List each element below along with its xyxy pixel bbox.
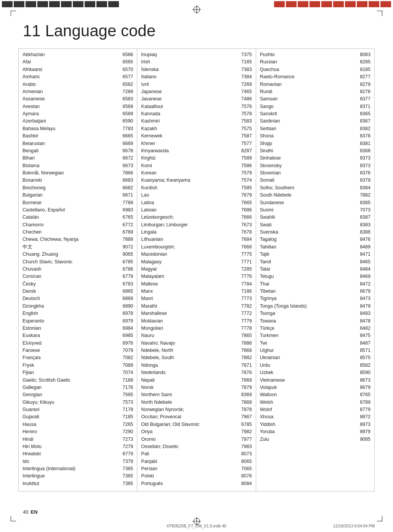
lang-code: 8469 [358,273,371,280]
lang-name: Bokmål, Norwegian [22,169,120,177]
lang-code: 7279 [120,443,133,450]
lang-name: Church Slavic; Slavonic [22,258,120,266]
lang-name: Deutsch [22,295,120,302]
lang-code: 7678 [239,229,252,236]
lang-name: Sindhi [260,147,358,155]
lang-name: Raeto-Romance [260,73,358,81]
lang-name: Mongolian [141,325,239,332]
lang-name: Azerbaijani [22,118,120,125]
lang-entry: Tagalog8476 [260,236,371,243]
lang-name: Oromo [141,436,239,443]
bar-block [345,1,356,7]
lang-code: 8471 [358,251,371,258]
lang-column-2: Inupiaq7375Irish7165Íslenska7383Italiano… [137,48,255,492]
lang-code: 7273 [120,436,133,443]
lang-code: 8472 [358,281,371,288]
lang-code: 7967 [239,413,252,421]
lang-code: 8379 [358,177,371,184]
lang-entry: Vietnamese8673 [260,377,371,384]
lang-code: 7878 [239,406,252,413]
lang-code: 7079 [120,347,133,354]
lang-code: 7565 [120,391,133,398]
lang-entry: Türkçe8482 [260,325,371,332]
lang-code: 8487 [358,340,371,347]
lang-code: 7882 [239,354,252,361]
lang-entry: Yiddish8973 [260,421,371,428]
lang-entry: Kirghiz7589 [141,155,252,162]
lang-name: Tamil [260,258,358,266]
lang-name: Khmer [141,140,239,147]
lang-entry: Hrwatski6779 [22,450,133,458]
lang-name: Shona [260,132,358,140]
lang-name: Bahasa Melayu [22,125,120,132]
lang-code: 6665 [120,132,133,140]
lang-code: 6589 [120,110,133,118]
lang-entry: Maori7773 [141,295,252,302]
lang-name: English [22,310,120,317]
lang-code: 8582 [358,362,371,369]
lang-entry: Quechua8185 [260,66,371,73]
lang-entry: Latvian7686 [141,206,252,214]
lang-entry: Thai8472 [260,281,371,288]
lang-name: Irish [141,58,239,66]
lang-name: Dansk [22,288,120,295]
lang-code: 8368 [358,147,371,155]
lang-entry: Bosanski6683 [22,177,133,184]
lang-entry: Ndebele, South7882 [141,354,252,361]
lang-entry: Belarusian6669 [22,140,133,147]
lang-code: 9065 [120,251,133,258]
lang-name: Pali [141,450,239,458]
lang-name: Sango [260,103,358,110]
lang-entry: Komi7586 [141,162,252,169]
lang-name: Maori [141,295,239,302]
lang-name: Česky [22,281,120,288]
lang-code: 8476 [358,236,371,243]
language-table: Abkhazian6566Afar6565Afrikaans6570Amhari… [0,48,393,492]
lang-entry: Bengali6678 [22,147,133,155]
lang-name: Castellano, Español [22,206,120,214]
lang-entry: North Ndebele7868 [141,399,252,406]
crosshair-top [192,5,201,15]
lang-entry: Bihari6672 [22,155,133,162]
footer: 40 EN [23,509,38,515]
lang-code: 6786 [120,266,133,273]
lang-name: Marshallese [141,310,239,317]
lang-entry: Sardinian8367 [260,118,371,125]
lang-code: 7868 [239,399,252,406]
lang-code: 7573 [120,399,133,406]
lang-code: 7775 [239,251,252,258]
lang-code: 8376 [358,169,371,177]
lang-code: 7577 [239,140,252,147]
lang-entry: Magyar7285 [141,266,252,273]
lang-code: 8384 [358,184,371,192]
lang-code: 6783 [120,281,133,288]
lang-code: 7585 [239,184,252,192]
lang-code: 6976 [120,340,133,347]
lang-entry: Oriya7982 [141,428,252,435]
lang-entry: Azerbaijani6590 [22,118,133,125]
lang-entry: Inuktitut7385 [22,480,133,487]
lang-name: Volapuk [260,384,358,391]
lang-name: Kashmiri [141,118,239,125]
lang-code: 7576 [239,103,252,110]
lang-entry: Navaho; Navajo7886 [141,340,252,347]
bar-block [333,1,344,7]
lang-code: 8484 [358,266,371,273]
lang-name: Swati [260,221,358,229]
lang-entry: Aymara6589 [22,110,133,118]
lang-entry: Lao7679 [141,192,252,199]
lang-name: Romanian [260,81,358,88]
lang-name: Chamorro [22,221,120,229]
lang-code: 7384 [239,73,252,81]
lang-entry: Corsican6779 [22,273,133,280]
lang-name: Panjabi [141,458,239,465]
lang-name: Marathi [141,303,239,310]
lang-entry: Russian8285 [260,58,371,66]
lang-entry: Catalán6765 [22,214,133,221]
lang-code: 8377 [358,95,371,103]
lang-code: 7285 [239,266,252,273]
lang-code: 8387 [358,214,371,221]
lang-name: North Ndebele [141,399,239,406]
lang-entry: Nauru7865 [141,332,252,339]
lang-name: Korean [141,169,239,177]
